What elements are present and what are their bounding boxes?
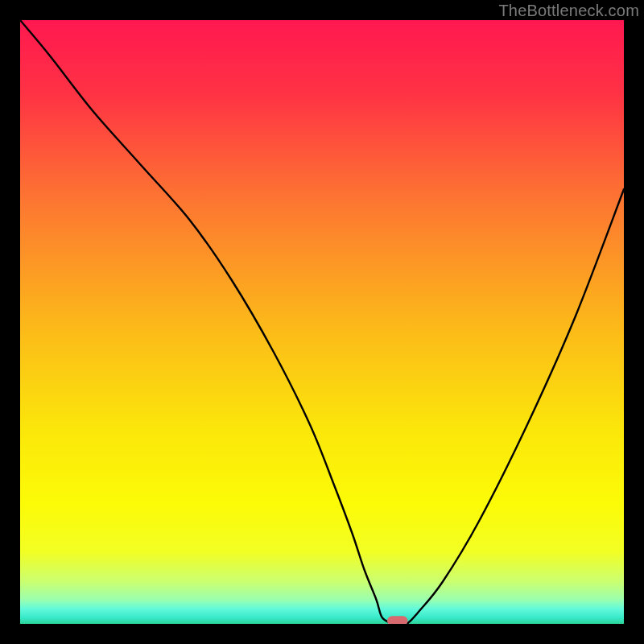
plot-background: [20, 20, 624, 624]
chart-frame: TheBottleneck.com: [0, 0, 644, 644]
optimal-marker: [387, 616, 408, 624]
bottleneck-plot: [20, 20, 624, 624]
attribution-label: TheBottleneck.com: [498, 2, 639, 20]
